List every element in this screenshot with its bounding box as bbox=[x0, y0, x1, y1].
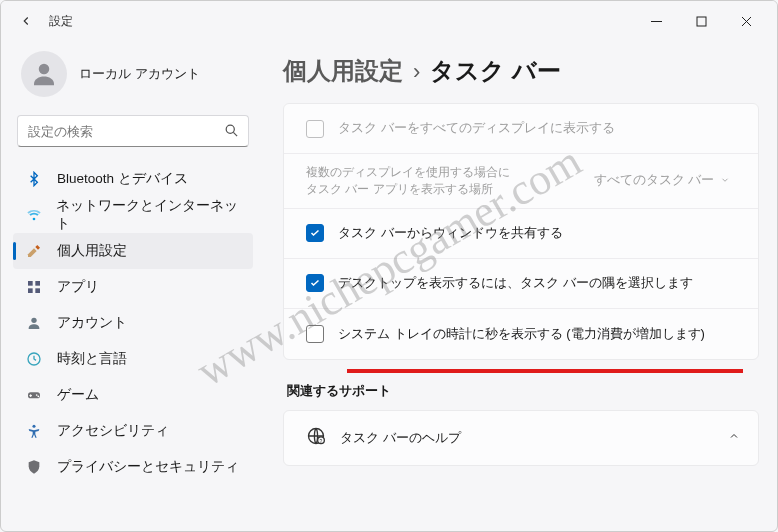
chevron-up-icon bbox=[728, 430, 740, 445]
svg-rect-10 bbox=[35, 288, 40, 293]
avatar bbox=[21, 51, 67, 97]
highlight-underline bbox=[347, 369, 743, 373]
privacy-icon bbox=[25, 458, 43, 476]
svg-rect-1 bbox=[697, 17, 706, 26]
sidebar-item-label: アカウント bbox=[57, 314, 127, 332]
nav: Bluetooth とデバイスネットワークとインターネット個人用設定アプリアカウ… bbox=[13, 161, 253, 485]
window-controls bbox=[634, 6, 769, 36]
label-multi-display-l1: 複数のディスプレイを使用する場合に bbox=[306, 164, 510, 181]
wifi-icon bbox=[25, 206, 42, 224]
select-multi-display[interactable]: すべてのタスク バー bbox=[584, 166, 740, 196]
brush-icon bbox=[25, 242, 43, 260]
svg-rect-9 bbox=[28, 288, 33, 293]
label-share-window: タスク バーからウィンドウを共有する bbox=[338, 224, 563, 242]
apps-icon bbox=[25, 278, 43, 296]
svg-text:?: ? bbox=[320, 438, 323, 444]
label-seconds-clock: システム トレイの時計に秒を表示する (電力消費が増加します) bbox=[338, 325, 705, 343]
account-icon bbox=[25, 314, 43, 332]
sidebar-item-label: 時刻と言語 bbox=[57, 350, 127, 368]
sidebar-item-label: Bluetooth とデバイス bbox=[57, 170, 188, 188]
label-show-desktop-corner: デスクトップを表示するには、タスク バーの隅を選択します bbox=[338, 274, 693, 292]
row-show-all-displays: タスク バーをすべてのディスプレイに表示する bbox=[284, 104, 758, 154]
maximize-button[interactable] bbox=[679, 6, 724, 36]
sidebar-item-label: 個人用設定 bbox=[57, 242, 127, 260]
help-label: タスク バーのヘルプ bbox=[340, 429, 461, 447]
sidebar-item-brush[interactable]: 個人用設定 bbox=[13, 233, 253, 269]
account-name: ローカル アカウント bbox=[79, 65, 200, 83]
sidebar-item-apps[interactable]: アプリ bbox=[13, 269, 253, 305]
svg-rect-8 bbox=[35, 281, 40, 286]
accessibility-icon bbox=[25, 422, 43, 440]
chevron-down-icon bbox=[720, 174, 730, 188]
sidebar-item-label: プライバシーとセキュリティ bbox=[57, 458, 239, 476]
breadcrumb-sep: › bbox=[413, 59, 420, 85]
app-title: 設定 bbox=[49, 13, 73, 30]
sidebar-item-accessibility[interactable]: アクセシビリティ bbox=[13, 413, 253, 449]
breadcrumb: 個人用設定 › タスク バー bbox=[283, 55, 759, 87]
sidebar-item-wifi[interactable]: ネットワークとインターネット bbox=[13, 197, 253, 233]
row-multi-display: 複数のディスプレイを使用する場合に タスク バー アプリを表示する場所 すべての… bbox=[284, 154, 758, 209]
row-share-window: タスク バーからウィンドウを共有する bbox=[284, 209, 758, 259]
row-seconds-clock: システム トレイの時計に秒を表示する (電力消費が増加します) bbox=[284, 309, 758, 359]
checkbox-share-window[interactable] bbox=[306, 224, 324, 242]
related-heading: 関連するサポート bbox=[287, 382, 759, 400]
bluetooth-icon bbox=[25, 170, 43, 188]
label-show-all-displays: タスク バーをすべてのディスプレイに表示する bbox=[338, 119, 615, 137]
sidebar-item-label: ゲーム bbox=[57, 386, 99, 404]
svg-point-15 bbox=[37, 395, 39, 397]
breadcrumb-current: タスク バー bbox=[430, 55, 561, 87]
main: 個人用設定 › タスク バー タスク バーをすべてのディスプレイに表示する 複数… bbox=[263, 41, 777, 531]
sidebar-item-clock-lang[interactable]: 時刻と言語 bbox=[13, 341, 253, 377]
globe-help-icon: ? bbox=[306, 426, 326, 449]
sidebar-item-privacy[interactable]: プライバシーとセキュリティ bbox=[13, 449, 253, 485]
titlebar: 設定 bbox=[1, 1, 777, 41]
checkbox-seconds-clock[interactable] bbox=[306, 325, 324, 343]
row-show-desktop-corner: デスクトップを表示するには、タスク バーの隅を選択します bbox=[284, 259, 758, 309]
sidebar-item-label: アクセシビリティ bbox=[57, 422, 169, 440]
label-multi-display-l2: タスク バー アプリを表示する場所 bbox=[306, 181, 510, 198]
search-wrap bbox=[17, 115, 249, 147]
clock-lang-icon bbox=[25, 350, 43, 368]
svg-point-11 bbox=[31, 318, 36, 323]
sidebar-item-label: アプリ bbox=[57, 278, 99, 296]
help-row[interactable]: ? タスク バーのヘルプ bbox=[283, 410, 759, 466]
minimize-button[interactable] bbox=[634, 6, 679, 36]
search-input[interactable] bbox=[17, 115, 249, 147]
sidebar-item-label: ネットワークとインターネット bbox=[56, 197, 245, 233]
sidebar: ローカル アカウント Bluetooth とデバイスネットワークとインターネット… bbox=[1, 41, 263, 531]
back-button[interactable] bbox=[15, 10, 37, 32]
game-icon bbox=[25, 386, 43, 404]
sidebar-item-game[interactable]: ゲーム bbox=[13, 377, 253, 413]
sidebar-item-bluetooth[interactable]: Bluetooth とデバイス bbox=[13, 161, 253, 197]
svg-point-16 bbox=[32, 425, 35, 428]
close-button[interactable] bbox=[724, 6, 769, 36]
svg-rect-7 bbox=[28, 281, 33, 286]
checkbox-show-all-displays[interactable] bbox=[306, 120, 324, 138]
breadcrumb-parent[interactable]: 個人用設定 bbox=[283, 55, 403, 87]
checkbox-show-desktop-corner[interactable] bbox=[306, 274, 324, 292]
settings-panel: タスク バーをすべてのディスプレイに表示する 複数のディスプレイを使用する場合に… bbox=[283, 103, 759, 360]
svg-point-4 bbox=[39, 64, 50, 75]
account-block[interactable]: ローカル アカウント bbox=[13, 47, 253, 115]
select-multi-display-value: すべてのタスク バー bbox=[594, 172, 714, 189]
svg-point-14 bbox=[36, 394, 38, 396]
sidebar-item-account[interactable]: アカウント bbox=[13, 305, 253, 341]
